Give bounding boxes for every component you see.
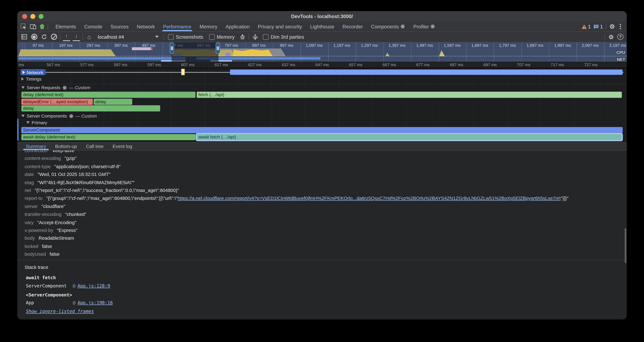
frame-source-link[interactable]: App.js:128:9 xyxy=(78,283,110,289)
tab-recorder[interactable]: Recorder xyxy=(338,22,367,31)
tab-memory[interactable]: Memory xyxy=(196,22,222,31)
track-header-server-requests[interactable]: Server Requests — Custom xyxy=(22,85,90,90)
stack-frame: App@App.js:190:16 xyxy=(26,299,627,307)
divider xyxy=(164,34,164,40)
bottom-tab-summary[interactable]: Summary xyxy=(22,143,51,150)
devtools-tabbar: ElementsConsoleSourcesNetworkPerformance… xyxy=(17,22,627,32)
capture-settings-gear-icon[interactable] xyxy=(608,33,615,41)
expand-triangle-icon xyxy=(26,121,30,124)
tab-performance[interactable]: Performance xyxy=(159,22,196,31)
tab-application[interactable]: Application xyxy=(222,22,254,31)
frame-source-link[interactable]: App.js:190:16 xyxy=(78,300,113,306)
track-header-timings[interactable]: Timings xyxy=(22,77,42,81)
flatten-tracks-icon[interactable] xyxy=(251,33,259,41)
header-key: etag xyxy=(25,180,34,185)
flame-bar-delay[interactable]: delay xyxy=(22,105,160,112)
issues-badge[interactable]: 1 xyxy=(594,24,603,29)
ruler-tick-label: 577 ms xyxy=(75,63,99,67)
tab-network[interactable]: Network xyxy=(133,22,159,31)
scrollbar-thumb[interactable] xyxy=(625,228,626,263)
chevron-down-icon xyxy=(155,36,158,38)
clear-button[interactable] xyxy=(50,33,58,41)
bottom-tab-event-log[interactable]: Event log xyxy=(108,143,137,150)
header-key: nel xyxy=(25,188,31,193)
device-toolbar-icon[interactable] xyxy=(30,24,36,29)
track-header-server-components[interactable]: Server Components — Custom xyxy=(22,113,97,118)
network-request-selected[interactable] xyxy=(181,69,185,75)
flame-bar-delay-deferred-text-[interactable]: delay (deferred text) xyxy=(22,92,196,98)
header-key: content-type xyxy=(25,164,51,169)
more-options-kebab-icon[interactable] xyxy=(620,26,621,27)
help-icon[interactable]: ? xyxy=(617,34,624,40)
record-and-reload-button[interactable] xyxy=(40,33,48,41)
header-row-content-encoding: content-encoding"gzip" xyxy=(25,155,627,163)
load-profile-icon[interactable]: ↓ xyxy=(73,33,80,41)
timeline-overview[interactable]: 97 ms197 ms297 ms397 ms497 ms597 ms697 m… xyxy=(17,42,627,62)
tab-label: Performance xyxy=(163,24,191,29)
dim-third-parties-checkbox[interactable]: Dim 3rd parties xyxy=(263,34,304,40)
ruler-tick-label: 687 ms xyxy=(444,63,469,67)
warnings-badge[interactable]: 1 xyxy=(582,24,591,29)
checkbox-box xyxy=(209,34,214,40)
tab-profiler[interactable]: Profiler xyxy=(409,22,439,31)
stack-trace-title: Stack trace xyxy=(25,265,627,270)
show-ignore-listed-frames-link[interactable]: Show ignore-listed frames xyxy=(26,309,94,314)
bottom-tab-bottom-up[interactable]: Bottom-up xyxy=(50,143,82,150)
tab-components[interactable]: Components xyxy=(367,22,409,31)
selection-window[interactable] xyxy=(172,42,218,62)
flame-bar-delay[interactable]: delay xyxy=(94,99,132,105)
window-title: DevTools - localhost:3000/ xyxy=(17,14,627,19)
cpu-lane-label: CPU xyxy=(616,50,625,55)
tab-lighthouse[interactable]: Lighthouse xyxy=(306,22,338,31)
tab-sources[interactable]: Sources xyxy=(106,22,133,31)
flame-bar-fetch-api-[interactable]: fetch (…/api) xyxy=(197,92,622,98)
collect-garbage-icon[interactable] xyxy=(239,33,246,41)
screenshots-label: Screenshots xyxy=(176,34,203,40)
tab-console[interactable]: Console xyxy=(80,22,106,31)
header-value: "Wed, 01 Oct 2025 18:32:01 GMT" xyxy=(38,172,110,177)
settings-gear-icon[interactable] xyxy=(609,24,615,30)
response-headers-list: connection"keep-alive"content-encoding"g… xyxy=(25,151,627,258)
tab-label: Application xyxy=(226,24,250,29)
header-key: server xyxy=(25,204,38,209)
report-to-url-link[interactable]: https://a.nel.cloudflare.com/report/v4?s… xyxy=(178,196,561,201)
header-row-x-powered-by: x-powered-by"Express" xyxy=(25,226,627,234)
flame-bar-await-delay-deferred-text-[interactable]: await delay (deferred text) xyxy=(22,134,196,140)
save-profile-icon[interactable]: ↑ xyxy=(63,33,70,41)
flamechart-tracks[interactable]: Network Timings Server Requests — Custom… xyxy=(17,68,627,142)
header-value: "chunked" xyxy=(65,212,86,217)
selection-handle-right[interactable] xyxy=(216,42,220,54)
detail-ruler: ms567 ms577 ms587 ms597 ms607 ms617 ms62… xyxy=(17,62,627,68)
selection-handle-left[interactable] xyxy=(170,42,174,54)
network-request-bar[interactable] xyxy=(230,70,622,75)
header-value: "Express" xyxy=(57,228,77,233)
flame-bar-await-fetch-api-[interactable]: await fetch (…/api) xyxy=(197,134,622,140)
header-row-date: date"Wed, 01 Oct 2025 18:32:01 GMT" xyxy=(25,171,627,179)
flame-bar-delayederror-ayed-exception-[interactable]: delayedError (…ayed exception) xyxy=(22,99,93,105)
header-key: report-to xyxy=(25,196,43,201)
screen: DevTools - localhost:3000/ ElementsConso… xyxy=(0,0,644,342)
record-button[interactable] xyxy=(30,33,38,41)
custom-suffix-label: — Custom xyxy=(76,113,97,118)
header-key: locked xyxy=(25,244,38,249)
track-header-network[interactable]: Network xyxy=(20,69,45,75)
warning-icon xyxy=(582,24,587,29)
toggle-sidebar-button[interactable] xyxy=(20,33,28,41)
tab-privacy-and-security[interactable]: Privacy and security xyxy=(254,22,306,31)
divider xyxy=(60,34,60,40)
performance-toolbar: ↑ ↓ ⌂ localhost #4 Screenshots Memory xyxy=(17,32,627,42)
track-header-primary[interactable]: Primary xyxy=(26,120,47,125)
bottom-tab-call-tree[interactable]: Call tree xyxy=(82,143,108,150)
live-metrics-home-icon[interactable]: ⌂ xyxy=(86,33,93,41)
screenshots-checkbox[interactable]: Screenshots xyxy=(168,34,203,40)
memory-checkbox[interactable]: Memory xyxy=(209,34,234,40)
inspect-element-icon[interactable] xyxy=(20,24,27,30)
history-select[interactable]: localhost #4 xyxy=(95,33,161,41)
flame-bar-servercomponent[interactable]: ServerComponent xyxy=(22,127,622,133)
tab-elements[interactable]: Elements xyxy=(51,22,80,31)
show-ignore-listed-frames-row: Show ignore-listed frames xyxy=(26,307,627,316)
extension-gem-icon[interactable] xyxy=(40,24,44,29)
summary-tabstrip: SummaryBottom-upCall treeEvent log xyxy=(17,142,627,151)
header-value: "gzip" xyxy=(65,156,77,161)
header-row-transfer-encoding: transfer-encoding"chunked" xyxy=(25,210,627,218)
